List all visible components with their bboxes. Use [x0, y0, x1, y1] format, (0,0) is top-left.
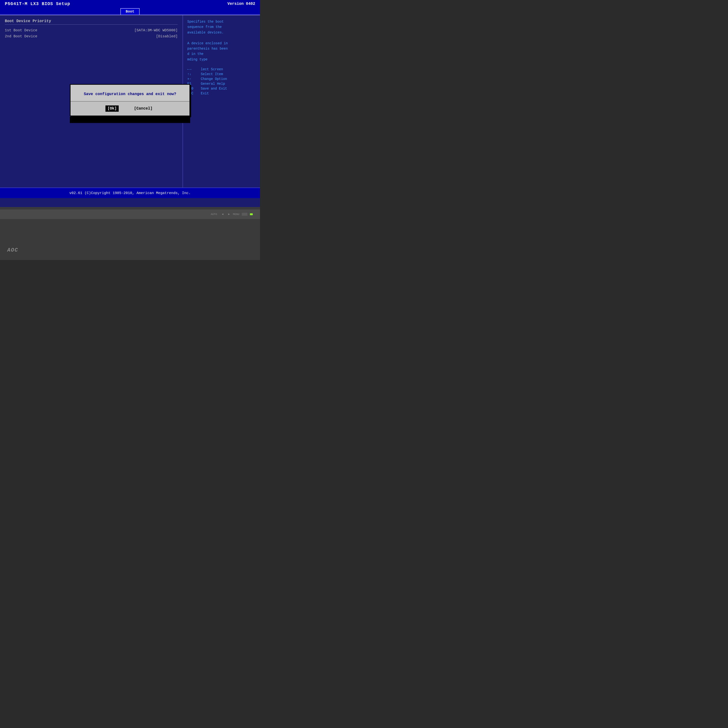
monitor-bottom-bar: AUTO ◄ ► MENU [0, 210, 260, 219]
dialog-cancel-button[interactable]: [Cancel] [133, 106, 154, 111]
dialog-ok-button[interactable]: [Ok] [106, 106, 118, 111]
dialog-overlay: Save configuration changes and exit now?… [0, 0, 260, 207]
monitor-screen: P5G41T-M LX3 BIOS Setup Version 0402 Boo… [0, 0, 260, 207]
bios-screen: P5G41T-M LX3 BIOS Setup Version 0402 Boo… [0, 0, 260, 207]
monitor-brand: AOC [7, 247, 18, 253]
monitor-controls-label: AUTO ◄ ► MENU [211, 213, 239, 216]
monitor-stand: AUTO ◄ ► MENU AOC [0, 207, 260, 260]
monitor-button-1[interactable] [242, 213, 248, 216]
black-bar [70, 117, 190, 123]
stand-base [94, 234, 166, 241]
stand-neck [120, 219, 140, 231]
save-dialog: Save configuration changes and exit now?… [70, 84, 190, 116]
dialog-buttons: [Ok] [Cancel] [70, 102, 190, 116]
dialog-message: Save configuration changes and exit now? [70, 85, 190, 102]
monitor-power-led [250, 213, 253, 215]
